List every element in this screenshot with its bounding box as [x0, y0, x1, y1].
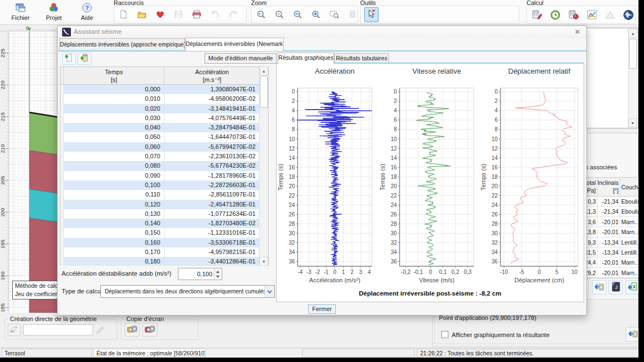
- drawing-canvas[interactable]: 2252202152102052001951901850: [0, 25, 60, 313]
- manual-edit-button[interactable]: Mode d'édition manuelle: [205, 53, 277, 64]
- svg-text:28: 28: [492, 221, 498, 227]
- assistant-seisme-dialog: Assistant séisme ✕ Déplacements irrévers…: [57, 25, 587, 316]
- import-file-button[interactable]: [62, 53, 76, 65]
- method-info-box: Méthode de calc Jeu de coefficien: [12, 281, 58, 299]
- adsb-down[interactable]: [214, 274, 221, 279]
- calc-edit-icon[interactable]: [531, 9, 543, 20]
- svg-text:18: 18: [391, 174, 397, 180]
- table-row[interactable]: 0,110-2,85611097E-01: [60, 190, 268, 199]
- undo-icon[interactable]: [210, 9, 221, 20]
- svg-text:-5: -5: [519, 269, 524, 275]
- show-resultant-checkbox[interactable]: [441, 331, 448, 338]
- status-message: 21:26:22 : Toutes les tâches sont termin…: [417, 349, 643, 357]
- zoom-previous-icon[interactable]: [256, 9, 267, 20]
- save-icon[interactable]: [173, 9, 185, 20]
- svg-text:30: 30: [391, 230, 397, 236]
- right-scrollbar[interactable]: ▲ ▼: [628, 29, 637, 127]
- type-calcul-select[interactable]: Déplacements dans les deux directions al…: [100, 285, 275, 298]
- table-row[interactable]: 0,0001,39080947E-01: [60, 85, 268, 94]
- associated-row[interactable]: 3,6-20,01Marn...: [582, 217, 638, 227]
- table-row[interactable]: 0,050-1,64447073E-01: [60, 132, 268, 142]
- screenshot-button-1[interactable]: [125, 323, 140, 337]
- print-icon[interactable]: [192, 9, 203, 20]
- scroll-thumb[interactable]: [629, 39, 637, 69]
- svg-text:14: 14: [289, 155, 295, 161]
- svg-text:0,1: 0,1: [439, 269, 447, 275]
- zoom-in-icon[interactable]: [311, 9, 322, 20]
- table-scroll-down[interactable]: ▼: [259, 257, 268, 266]
- associated-row[interactable]: 24,4-20,01Marn...: [582, 257, 638, 267]
- zoom-out-icon[interactable]: [293, 9, 304, 20]
- tab-approche-empirique[interactable]: Déplacements irréversibles (approche emp…: [59, 38, 185, 50]
- associated-row[interactable]: 11,3-21,34Eboulis: [582, 206, 638, 216]
- associated-table[interactable]: total[kPa] Inclinais[°] Couche 0,3-21,34…: [582, 177, 639, 278]
- svg-text:24: 24: [391, 202, 397, 208]
- table-row[interactable]: 0,010-4,95806200E-02: [60, 94, 268, 104]
- table-row[interactable]: 0,160-3,53306718E-01: [60, 238, 268, 247]
- calc-clock-icon[interactable]: [550, 9, 561, 20]
- screenshot-button-2[interactable]: [142, 323, 157, 337]
- file-menu-button[interactable]: Fichier: [4, 2, 37, 24]
- table-row[interactable]: 0,070-2,23610130E-02: [60, 152, 268, 161]
- table-scrollbar[interactable]: ▲ ▼: [259, 66, 268, 266]
- table-row[interactable]: 0,150-1,12331016E-01: [60, 228, 268, 237]
- open-folder-icon[interactable]: [137, 9, 148, 20]
- associated-row[interactable]: 9,3-13,34Lentill...: [582, 237, 638, 247]
- svg-text:0: 0: [333, 269, 336, 275]
- associated-row[interactable]: 29,2-20,01Marn...: [582, 268, 638, 278]
- table-row[interactable]: 0,040-3,28479484E-01: [60, 123, 268, 132]
- associated-row[interactable]: 31,5-13,34Lentill...: [582, 247, 638, 257]
- svg-text:10: 10: [492, 136, 498, 142]
- table-row[interactable]: 0,140-1,82703480E-02: [60, 219, 268, 228]
- new-document-icon[interactable]: [119, 9, 130, 20]
- table-row[interactable]: 0,170-4,95798215E-01: [60, 247, 268, 257]
- table-scroll-thumb[interactable]: [260, 76, 268, 108]
- group-zoom: [251, 6, 357, 24]
- table-row[interactable]: 0,120-2,45471280E-01: [60, 200, 268, 209]
- table-row[interactable]: 0,090-1,28178960E-01: [60, 171, 268, 180]
- favorites-icon[interactable]: [155, 9, 166, 20]
- table-row[interactable]: 0,130-1,07712634E-01: [60, 209, 268, 219]
- table-row[interactable]: 0,030-4,07576449E-01: [60, 113, 268, 123]
- table-row[interactable]: 0,060-5,67994270E-02: [60, 142, 268, 152]
- scroll-up-button[interactable]: ▲: [628, 29, 637, 38]
- import-clipboard-button[interactable]: [78, 53, 91, 65]
- svg-text:4: 4: [368, 269, 371, 275]
- geometry-input[interactable]: [23, 324, 93, 335]
- calc-seism-icon[interactable]: [623, 9, 634, 20]
- tab-newmark[interactable]: Déplacements irréversibles (Newmark): [185, 38, 284, 51]
- draw-icon[interactable]: [96, 325, 106, 335]
- adsb-input[interactable]: 0,100: [178, 268, 222, 280]
- scroll-down-button[interactable]: ▼: [628, 118, 637, 127]
- table-row[interactable]: 0,100-2,28726603E-01: [60, 180, 268, 190]
- calc-slope-icon[interactable]: [605, 9, 616, 20]
- zoom-page-icon[interactable]: [347, 9, 359, 20]
- zoom-window-icon[interactable]: [329, 9, 340, 20]
- group-raccourcis: [114, 6, 247, 24]
- table-row[interactable]: 0,180-3,44012864E-01: [60, 257, 268, 266]
- calc-run-icon[interactable]: [568, 9, 579, 20]
- help-menu-button[interactable]: ? Aide: [71, 2, 103, 24]
- acceleration-table[interactable]: Temps[s] Accélération[m.s⁻²] 0,0001,3908…: [60, 66, 269, 266]
- dialog-close-button[interactable]: ✕: [573, 28, 582, 36]
- pointer-tool-button[interactable]: [364, 7, 379, 22]
- fermer-button[interactable]: Fermer: [308, 304, 336, 314]
- table-scroll-up[interactable]: ▲: [259, 66, 268, 75]
- calc-chart-icon[interactable]: [586, 9, 597, 20]
- zoom-extents-icon[interactable]: [274, 9, 285, 20]
- associated-row[interactable]: 13,8-20,01Marn...: [582, 227, 638, 237]
- table-row[interactable]: 0,020-3,14841941E-01: [60, 104, 268, 113]
- project-menu-button[interactable]: Projet: [38, 2, 70, 24]
- svg-text:Accélération: Accélération: [315, 67, 355, 75]
- paste-button[interactable]: [592, 280, 606, 294]
- table-row[interactable]: 0,080-5,67764230E-02: [60, 161, 268, 170]
- tab-resultats-graphiques[interactable]: Résultats graphiques: [278, 53, 334, 64]
- associated-row[interactable]: 0,3-21,34Eboulis: [582, 196, 638, 206]
- word-export-button[interactable]: J: [609, 280, 623, 294]
- adsb-up[interactable]: [214, 269, 221, 274]
- svg-text:Temps (s): Temps (s): [480, 164, 487, 190]
- eraser-button[interactable]: [8, 324, 21, 336]
- dialog-titlebar[interactable]: Assistant séisme ✕: [58, 26, 586, 38]
- redo-icon[interactable]: [228, 9, 239, 20]
- excel-export-button[interactable]: X: [625, 280, 640, 294]
